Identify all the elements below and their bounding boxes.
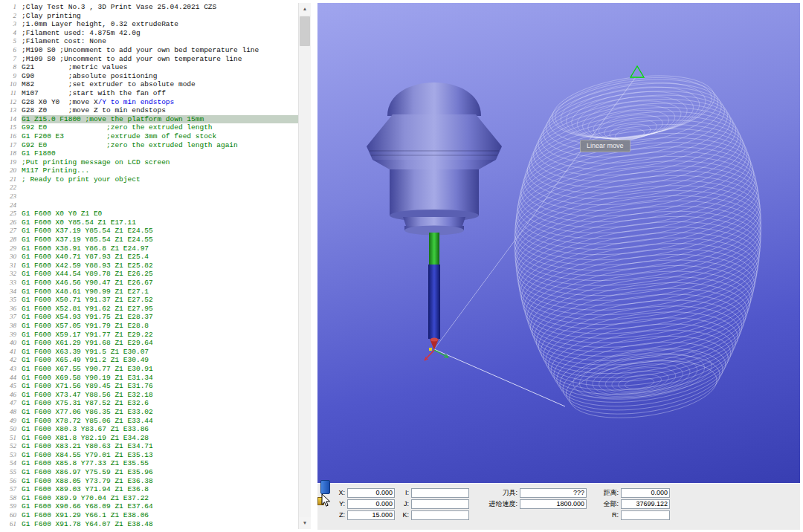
line-number: 6 bbox=[0, 46, 22, 55]
y-input[interactable] bbox=[347, 499, 395, 509]
x-input[interactable] bbox=[347, 488, 395, 498]
gcode-line[interactable]: 34G1 F600 X48.61 Y90.99 Z1 E27.1 bbox=[0, 288, 298, 296]
scroll-up-icon[interactable]: ▲ bbox=[299, 3, 311, 15]
linear-move-tooltip: Linear move bbox=[580, 140, 631, 152]
gcode-line[interactable]: 15G92 E0 ;zero the extruded length bbox=[0, 123, 298, 132]
gcode-line[interactable]: 17G92 E0 ;zero the extruded length again bbox=[0, 141, 298, 150]
gcode-line[interactable]: 35G1 F600 X50.71 Y91.37 Z1 E27.52 bbox=[0, 296, 298, 305]
gcode-text: G1 F600 X37.19 Y85.54 Z1 E24.55 bbox=[22, 227, 153, 236]
gcode-line[interactable]: 50G1 F600 X80.3 Y83.67 Z1 E33.86 bbox=[0, 425, 298, 434]
status-bar: X: I: 刀具: 距离: Y: J: 进给速度: 全部: Z: K: R: bbox=[317, 483, 800, 530]
gcode-text: G1 F600 X40.71 Y87.93 Z1 E25.4 bbox=[22, 253, 149, 262]
gcode-line[interactable]: 60G1 F600 X91.29 Y66.1 Z1 E38.06 bbox=[0, 511, 298, 520]
gcode-line[interactable]: 5;Filament cost: None bbox=[0, 37, 298, 46]
gcode-line[interactable]: 3;1.0mm Layer height, 0.32 extrudeRate bbox=[0, 20, 298, 29]
scroll-down-icon[interactable]: ▼ bbox=[299, 517, 311, 529]
line-number: 61 bbox=[0, 520, 22, 529]
gcode-text: G1 F600 X89.03 Y71.94 Z1 E36.8 bbox=[22, 485, 149, 494]
gcode-text: ;M190 S0 ;Uncomment to add your own bed … bbox=[22, 46, 259, 55]
gcode-line[interactable]: 10M82 ;set extruder to absolute mode bbox=[0, 80, 298, 89]
distance-input[interactable] bbox=[621, 488, 670, 498]
gcode-line[interactable]: 14G1 Z15.0 F1800 ;move the platform down… bbox=[0, 115, 298, 124]
gcode-line[interactable]: 56G1 F600 X88.05 Y73.79 Z1 E36.38 bbox=[0, 477, 298, 486]
gcode-line[interactable]: 48G1 F600 X77.06 Y86.35 Z1 E33.02 bbox=[0, 408, 298, 417]
x-label: X: bbox=[335, 489, 347, 496]
gcode-line[interactable]: 49G1 F600 X78.72 Y85.06 Z1 E33.44 bbox=[0, 417, 298, 426]
gcode-line[interactable]: 40G1 F600 X61.29 Y91.68 Z1 E29.64 bbox=[0, 339, 298, 348]
start-marker-icon bbox=[631, 66, 644, 77]
viewport-3d[interactable]: Linear move bbox=[317, 3, 800, 483]
gcode-line[interactable]: 1;Clay Test No.3 , 3D Print Vase 25.04.2… bbox=[0, 3, 298, 12]
gcode-editor-panel[interactable]: 1;Clay Test No.3 , 3D Print Vase 25.04.2… bbox=[0, 3, 298, 529]
gcode-line[interactable]: 16G1 F200 E3 ;extrude 3mm of feed stock bbox=[0, 132, 298, 141]
gcode-line[interactable]: 54G1 F600 X85.8 Y77.33 Z1 E35.55 bbox=[0, 459, 298, 468]
gcode-line[interactable]: 29G1 F600 X38.91 Y86.8 Z1 E24.97 bbox=[0, 244, 298, 253]
gcode-line[interactable]: 22 bbox=[0, 184, 298, 192]
gcode-line[interactable]: 7;M109 S0 ;Uncomment to add your own tem… bbox=[0, 55, 298, 64]
gcode-line[interactable]: 59G1 F600 X90.66 Y68.09 Z1 E37.64 bbox=[0, 502, 298, 511]
gcode-line[interactable]: 44G1 F600 X69.58 Y90.19 Z1 E31.34 bbox=[0, 374, 298, 383]
r-input[interactable] bbox=[621, 510, 670, 520]
y-label: Y: bbox=[335, 500, 347, 507]
tool-input[interactable] bbox=[520, 488, 587, 498]
gcode-line[interactable]: 37G1 F600 X54.93 Y91.75 Z1 E28.37 bbox=[0, 313, 298, 322]
total-input[interactable] bbox=[621, 499, 670, 509]
gcode-line[interactable]: 36G1 F600 X52.81 Y91.62 Z1 E27.95 bbox=[0, 305, 298, 314]
gcode-text: G28 Z0 ;move Z to min endstops bbox=[22, 106, 166, 115]
gcode-line[interactable]: 32G1 F600 X44.54 Y89.78 Z1 E26.25 bbox=[0, 270, 298, 279]
line-number: 48 bbox=[0, 408, 22, 417]
gcode-line[interactable]: 25G1 F600 X0 Y0 Z1 E0 bbox=[0, 210, 298, 218]
gcode-line[interactable]: 57G1 F600 X89.03 Y71.94 Z1 E36.8 bbox=[0, 485, 298, 494]
line-number: 23 bbox=[0, 192, 22, 201]
editor-scrollbar[interactable]: ▲ ▼ bbox=[298, 3, 311, 529]
gcode-line[interactable]: 24 bbox=[0, 201, 298, 210]
feed-input[interactable] bbox=[520, 499, 587, 509]
gcode-line[interactable]: 18G1 F1800 bbox=[0, 149, 298, 158]
i-input[interactable] bbox=[411, 488, 469, 498]
gcode-line[interactable]: 28G1 F600 X37.19 Y85.54 Z1 E24.55 bbox=[0, 236, 298, 244]
gcode-line[interactable]: 8G21 ;metric values bbox=[0, 63, 298, 72]
gcode-line[interactable]: 39G1 F600 X59.17 Y91.77 Z1 E29.22 bbox=[0, 331, 298, 340]
line-number: 21 bbox=[0, 175, 22, 184]
line-number: 59 bbox=[0, 502, 22, 511]
gcode-line[interactable]: 12G28 X0 Y0 ;move X/Y to min endstops bbox=[0, 98, 298, 107]
gcode-line[interactable]: 55G1 F600 X86.97 Y75.59 Z1 E35.96 bbox=[0, 468, 298, 477]
gcode-text: G1 F600 X57.05 Y91.79 Z1 E28.8 bbox=[22, 322, 149, 331]
k-input[interactable] bbox=[411, 510, 469, 520]
gcode-line[interactable]: 19;Put printing message on LCD screen bbox=[0, 158, 298, 167]
gcode-text: G1 F600 X69.58 Y90.19 Z1 E31.34 bbox=[22, 374, 153, 383]
gcode-line[interactable]: 31G1 F600 X42.59 Y88.93 Z1 E25.82 bbox=[0, 262, 298, 270]
gcode-line[interactable]: 43G1 F600 X67.55 Y90.77 Z1 E30.91 bbox=[0, 365, 298, 374]
gcode-line[interactable]: 47G1 F600 X75.31 Y87.52 Z1 E32.6 bbox=[0, 399, 298, 408]
j-input[interactable] bbox=[411, 499, 469, 509]
gcode-line[interactable]: 58G1 F600 X89.9 Y70.04 Z1 E37.22 bbox=[0, 494, 298, 503]
gcode-line[interactable]: 6;M190 S0 ;Uncomment to add your own bed… bbox=[0, 46, 298, 55]
gcode-text: G1 F600 X50.71 Y91.37 Z1 E27.52 bbox=[22, 296, 153, 305]
gcode-line[interactable]: 27G1 F600 X37.19 Y85.54 Z1 E24.55 bbox=[0, 227, 298, 236]
gcode-line[interactable]: 30G1 F600 X40.71 Y87.93 Z1 E25.4 bbox=[0, 253, 298, 262]
gcode-line[interactable]: 38G1 F600 X57.05 Y91.79 Z1 E28.8 bbox=[0, 322, 298, 331]
gcode-line[interactable]: 21; Ready to print your object bbox=[0, 175, 298, 184]
scrollbar-thumb[interactable] bbox=[300, 16, 310, 46]
gcode-line[interactable]: 11M107 ;start with the fan off bbox=[0, 89, 298, 98]
gcode-line[interactable]: 51G1 F600 X81.8 Y82.19 Z1 E34.28 bbox=[0, 434, 298, 443]
gcode-text: G1 F600 X85.8 Y77.33 Z1 E35.55 bbox=[22, 459, 149, 468]
gcode-line[interactable]: 53G1 F600 X84.55 Y79.01 Z1 E35.13 bbox=[0, 451, 298, 460]
gcode-line[interactable]: 61G1 F600 X91.78 Y64.07 Z1 E38.48 bbox=[0, 520, 298, 529]
gcode-line[interactable]: 26G1 F600 X0 Y85.54 Z1 E17.11 bbox=[0, 218, 298, 227]
line-number: 33 bbox=[0, 279, 22, 288]
gcode-line[interactable]: 41G1 F600 X63.39 Y91.5 Z1 E30.07 bbox=[0, 348, 298, 357]
progress-slider-thumb[interactable] bbox=[320, 480, 330, 494]
gcode-line[interactable]: 33G1 F600 X46.56 Y90.47 Z1 E26.67 bbox=[0, 279, 298, 288]
gcode-line[interactable]: 9G90 ;absolute positioning bbox=[0, 72, 298, 81]
gcode-line[interactable]: 13G28 Z0 ;move Z to min endstops bbox=[0, 106, 298, 115]
gcode-line[interactable]: 4;Filament used: 4.875m 42.0g bbox=[0, 29, 298, 38]
gcode-line[interactable]: 45G1 F600 X71.56 Y89.45 Z1 E31.76 bbox=[0, 382, 298, 391]
gcode-line[interactable]: 20M117 Printing... bbox=[0, 166, 298, 175]
z-input[interactable] bbox=[347, 510, 395, 520]
gcode-line[interactable]: 52G1 F600 X83.21 Y80.63 Z1 E34.71 bbox=[0, 442, 298, 451]
gcode-line[interactable]: 42G1 F600 X65.49 Y91.2 Z1 E30.49 bbox=[0, 356, 298, 365]
gcode-line[interactable]: 46G1 F600 X73.47 Y88.56 Z1 E32.18 bbox=[0, 391, 298, 400]
gcode-line[interactable]: 23 bbox=[0, 192, 298, 201]
gcode-line[interactable]: 2;Clay printing bbox=[0, 12, 298, 21]
